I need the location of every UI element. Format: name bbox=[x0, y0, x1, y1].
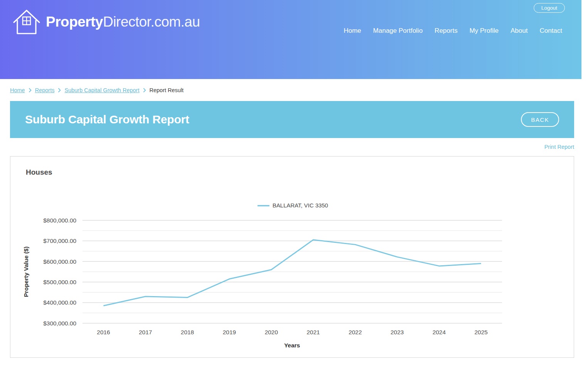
series-line-ballarat bbox=[104, 240, 481, 306]
brand-name: PropertyDirector.com.au bbox=[46, 14, 200, 30]
nav-item-manage-portfolio[interactable]: Manage Portfolio bbox=[373, 27, 423, 35]
x-tick-label: 2017 bbox=[139, 329, 152, 335]
x-tick-label: 2023 bbox=[391, 329, 404, 335]
breadcrumb-report-result: Report Result bbox=[150, 87, 184, 93]
site-header: PropertyDirector.com.au Logout Home Mana… bbox=[0, 0, 581, 79]
breadcrumb-reports[interactable]: Reports bbox=[35, 87, 55, 93]
x-tick-label: 2016 bbox=[97, 329, 110, 335]
nav-item-about[interactable]: About bbox=[511, 27, 528, 35]
nav-item-my-profile[interactable]: My Profile bbox=[469, 27, 499, 35]
x-tick-label: 2019 bbox=[223, 329, 236, 335]
x-tick-label: 2025 bbox=[474, 329, 487, 335]
chart-y-tick-labels: $300,000.00$400,000.00$500,000.00$600,00… bbox=[43, 217, 76, 327]
y-tick-label: $500,000.00 bbox=[43, 279, 76, 285]
x-tick-label: 2021 bbox=[307, 329, 320, 335]
chart-x-tick-labels: 2016201720182019202020212022202320242025 bbox=[97, 329, 487, 335]
y-tick-label: $800,000.00 bbox=[43, 217, 76, 224]
back-button[interactable]: BACK bbox=[521, 112, 559, 127]
breadcrumb-suburb-capital-growth-report[interactable]: Suburb Capital Growth Report bbox=[64, 87, 139, 93]
main-nav: Home Manage Portfolio Reports My Profile… bbox=[344, 27, 562, 35]
y-tick-label: $400,000.00 bbox=[43, 299, 76, 306]
nav-item-home[interactable]: Home bbox=[344, 27, 361, 35]
x-tick-label: 2020 bbox=[265, 329, 278, 335]
breadcrumb-home[interactable]: Home bbox=[10, 87, 25, 93]
nav-item-contact[interactable]: Contact bbox=[539, 27, 562, 35]
x-tick-label: 2022 bbox=[349, 329, 362, 335]
chevron-right-icon bbox=[29, 88, 32, 93]
chart-card: Houses $300,000.00$400,000.00$500,000.00… bbox=[10, 156, 574, 358]
legend-label: BALLARAT, VIC 3350 bbox=[272, 202, 328, 209]
house-logo-icon bbox=[13, 8, 40, 35]
brand-logo[interactable]: PropertyDirector.com.au bbox=[13, 8, 200, 35]
page-title: Suburb Capital Growth Report bbox=[25, 113, 189, 126]
chart-gridlines bbox=[82, 220, 502, 323]
y-tick-label: $600,000.00 bbox=[43, 258, 76, 265]
y-tick-label: $700,000.00 bbox=[43, 237, 76, 244]
nav-item-reports[interactable]: Reports bbox=[435, 27, 458, 35]
x-axis-title: Years bbox=[284, 342, 300, 349]
report-banner: Suburb Capital Growth Report BACK bbox=[10, 101, 574, 138]
breadcrumb: Home Reports Suburb Capital Growth Repor… bbox=[10, 87, 574, 93]
print-report-link[interactable]: Print Report bbox=[544, 144, 574, 150]
logout-button[interactable]: Logout bbox=[534, 3, 565, 13]
page-content: Home Reports Suburb Capital Growth Repor… bbox=[10, 87, 574, 358]
y-axis-title: Property Value ($) bbox=[23, 246, 29, 297]
line-chart: $300,000.00$400,000.00$500,000.00$600,00… bbox=[10, 157, 574, 357]
x-tick-label: 2024 bbox=[432, 329, 446, 335]
print-report-row: Print Report bbox=[10, 143, 574, 150]
y-tick-label: $300,000.00 bbox=[43, 320, 76, 327]
chevron-right-icon bbox=[58, 88, 61, 93]
chevron-right-icon bbox=[143, 88, 146, 93]
x-tick-label: 2018 bbox=[181, 329, 194, 335]
